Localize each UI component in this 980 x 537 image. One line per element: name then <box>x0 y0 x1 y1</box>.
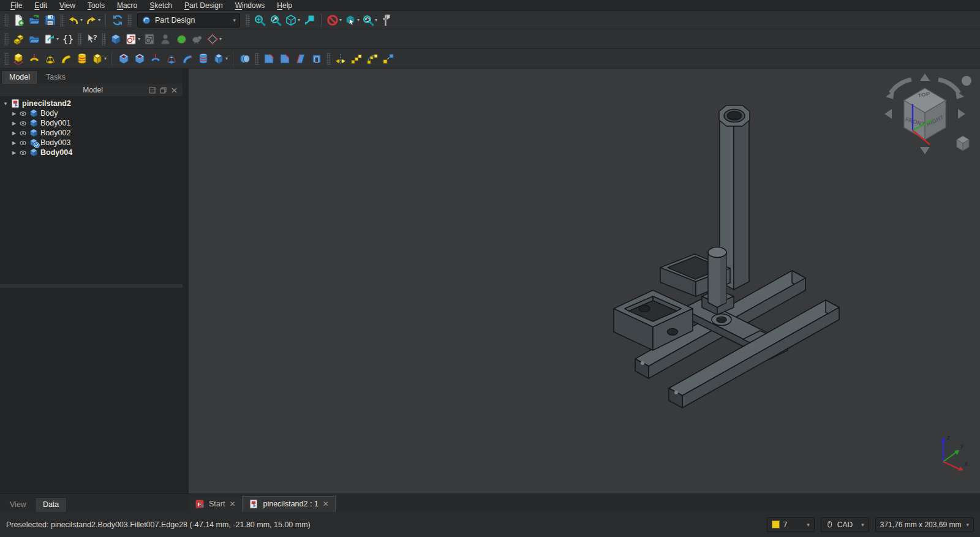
tree-root-row[interactable]: ▼ pinecilstand2 <box>0 99 183 108</box>
toolbar-grip[interactable] <box>4 14 9 26</box>
tab-tasks[interactable]: Tasks <box>39 71 73 84</box>
additive-primitive-button[interactable]: ▾ <box>90 51 108 67</box>
viewport-3d[interactable]: TOP FRONT RIGHT z <box>189 69 980 494</box>
subtractive-pipe-button[interactable] <box>179 51 195 67</box>
panel-minimize-icon[interactable] <box>149 87 156 94</box>
expand-arrow-icon[interactable]: ▶ <box>11 130 17 136</box>
zoom-tools-button[interactable]: ▾ <box>361 12 379 28</box>
create-part-button[interactable] <box>10 31 26 47</box>
isometric-view-button[interactable]: ▾ <box>284 12 301 28</box>
save-button[interactable] <box>42 12 58 28</box>
toolbar-grip[interactable] <box>127 14 132 26</box>
pocket-button[interactable] <box>116 51 132 67</box>
menu-file[interactable]: File <box>5 1 28 10</box>
expand-arrow-icon[interactable]: ▼ <box>2 101 9 107</box>
menu-windows[interactable]: Windows <box>230 1 271 10</box>
additive-helix-button[interactable] <box>74 51 90 67</box>
fillet-button[interactable] <box>261 51 277 67</box>
tab-start[interactable]: Start ✕ <box>189 497 241 512</box>
redo-button[interactable]: ▾ <box>84 12 102 28</box>
hole-button[interactable] <box>132 51 148 67</box>
panel-close-icon[interactable] <box>171 87 178 94</box>
create-group-button[interactable] <box>26 31 42 47</box>
menu-edit[interactable]: Edit <box>29 1 53 10</box>
menu-tools[interactable]: Tools <box>82 1 110 10</box>
tree-row-body003[interactable]: ▶ Body003 <box>0 138 183 148</box>
pad-button[interactable] <box>10 51 26 67</box>
fit-all-button[interactable] <box>252 12 268 28</box>
layer-dropdown[interactable]: 7 ▾ <box>767 517 815 532</box>
arrow-left-icon[interactable] <box>884 109 892 119</box>
menu-macro[interactable]: Macro <box>111 1 143 10</box>
tab-view[interactable]: View <box>2 498 34 512</box>
expand-arrow-icon[interactable]: ▶ <box>11 150 17 156</box>
close-icon[interactable]: ✕ <box>229 500 235 508</box>
subtractive-primitive-button[interactable]: ▾ <box>211 51 229 67</box>
nav-cube-menu-button[interactable] <box>962 76 971 86</box>
navigation-cube[interactable]: TOP FRONT RIGHT <box>877 72 973 156</box>
toolbar-grip[interactable] <box>60 14 64 26</box>
subtractive-helix-button[interactable] <box>195 51 211 67</box>
workbench-selector[interactable]: Part Design ▾ <box>137 13 240 28</box>
tree-row-body004[interactable]: ▶ Body004 <box>0 148 183 157</box>
expand-arrow-icon[interactable]: ▶ <box>11 111 17 116</box>
multitransform-button[interactable] <box>380 51 396 67</box>
arrow-right-icon[interactable] <box>958 109 965 119</box>
mirrored-button[interactable] <box>333 51 349 67</box>
toolbar-grip[interactable] <box>78 33 82 45</box>
panel-float-icon[interactable] <box>160 87 167 94</box>
toolbar-grip[interactable] <box>326 53 331 65</box>
additive-loft-button[interactable] <box>42 51 58 67</box>
arrow-down-icon[interactable] <box>920 147 930 154</box>
edit-sketch-button[interactable] <box>141 31 157 47</box>
tab-pinecilstand2[interactable]: pinecilstand2 : 1 ✕ <box>242 496 335 512</box>
refresh-button[interactable] <box>110 12 126 28</box>
polar-pattern-button[interactable] <box>364 51 380 67</box>
tree-row-body[interactable]: ▶ Body <box>0 108 183 118</box>
menu-sketch[interactable]: Sketch <box>144 1 178 10</box>
boolean-operation-button[interactable] <box>237 51 253 67</box>
expand-arrow-icon[interactable]: ▶ <box>11 121 17 126</box>
create-clone-button[interactable] <box>189 31 205 47</box>
expression-button[interactable] <box>60 31 76 47</box>
subtractive-loft-button[interactable] <box>164 51 179 67</box>
undo-button[interactable]: ▾ <box>66 12 84 28</box>
draw-style-button[interactable]: ▾ <box>325 12 343 28</box>
thickness-button[interactable] <box>309 51 325 67</box>
validate-sketch-button[interactable] <box>173 31 189 47</box>
menu-view[interactable]: View <box>54 1 81 10</box>
close-icon[interactable]: ✕ <box>323 500 329 508</box>
additive-pipe-button[interactable] <box>58 51 74 67</box>
menu-help[interactable]: Help <box>271 1 298 10</box>
make-link-button[interactable]: ▾ <box>42 31 60 47</box>
revolution-button[interactable] <box>26 51 42 67</box>
panel-splitter[interactable] <box>0 284 183 288</box>
tab-model[interactable]: Model <box>1 70 38 84</box>
toolbar-grip[interactable] <box>255 53 259 65</box>
tree-row-body001[interactable]: ▶ Body001 <box>0 118 183 128</box>
menu-part-design[interactable]: Part Design <box>179 1 228 10</box>
nav-cube-mini-cube-button[interactable] <box>957 136 969 151</box>
zoom-selection-button[interactable] <box>268 12 284 28</box>
dock-resize-handle[interactable] <box>183 69 189 494</box>
map-sketch-to-face-button[interactable] <box>157 31 173 47</box>
sync-selection-button[interactable] <box>301 12 317 28</box>
expand-arrow-icon[interactable]: ▶ <box>11 140 17 146</box>
measure-button[interactable] <box>379 12 394 28</box>
create-sketch-button[interactable]: ▾ <box>124 31 141 47</box>
model-3d[interactable] <box>189 69 980 494</box>
box-selection-button[interactable]: ▾ <box>343 12 361 28</box>
arrow-up-icon[interactable] <box>920 73 930 81</box>
new-document-button[interactable] <box>10 12 26 28</box>
navigation-style-dropdown[interactable]: CAD ▾ <box>821 517 869 532</box>
linear-pattern-button[interactable] <box>349 51 364 67</box>
toolbar-grip[interactable] <box>4 53 9 65</box>
toolbar-grip[interactable] <box>246 14 250 26</box>
whats-this-button[interactable] <box>84 31 100 47</box>
view-dimensions-dropdown[interactable]: 371,76 mm x 203,69 mm ▾ <box>875 517 974 532</box>
tree-row-body002[interactable]: ▶ Body002 <box>0 128 183 138</box>
chamfer-button[interactable] <box>277 51 293 67</box>
toolbar-grip[interactable] <box>4 33 9 45</box>
groove-button[interactable] <box>148 51 164 67</box>
draft-button[interactable] <box>293 51 309 67</box>
